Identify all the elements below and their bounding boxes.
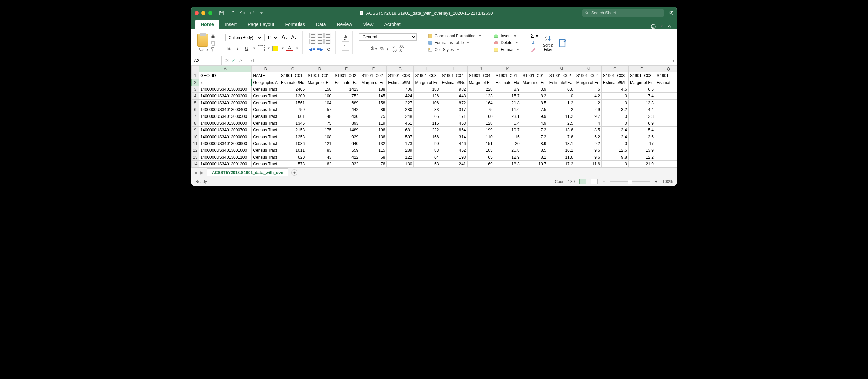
cell[interactable]: 8.5 xyxy=(521,147,548,154)
cell[interactable]: 83 xyxy=(414,106,440,113)
autosave-icon[interactable] xyxy=(219,10,224,16)
cell[interactable]: 6.9 xyxy=(628,120,655,127)
cell[interactable]: S1901_C01_ xyxy=(279,72,306,79)
align-top[interactable] xyxy=(309,33,316,38)
cell[interactable]: 90 xyxy=(414,140,440,147)
cell[interactable]: 8.5 xyxy=(521,100,548,106)
cell[interactable]: 4 xyxy=(575,120,601,127)
cell[interactable] xyxy=(655,100,677,106)
cell[interactable]: 119 xyxy=(360,120,387,127)
cell[interactable]: 9.7 xyxy=(575,113,601,120)
cell[interactable]: 12.3 xyxy=(628,113,655,120)
cell[interactable]: Estimat xyxy=(655,79,677,86)
cell[interactable]: 64 xyxy=(414,154,440,161)
cell[interactable]: 4.9 xyxy=(521,120,548,127)
cell[interactable]: Census Tract xyxy=(252,154,279,161)
cell[interactable]: 7.3 xyxy=(521,127,548,133)
cell[interactable]: 9.8 xyxy=(601,154,628,161)
row-header-8[interactable]: 8 xyxy=(192,120,199,127)
cell[interactable]: 752 xyxy=(333,93,360,100)
cell[interactable]: Margin of Er xyxy=(360,79,387,86)
cell[interactable]: S1901_C03_ xyxy=(628,72,655,79)
cell[interactable]: 314 xyxy=(440,133,467,140)
col-header-K[interactable]: K xyxy=(494,66,521,72)
cell[interactable]: 106 xyxy=(414,100,440,106)
copy-icon[interactable] xyxy=(210,40,216,46)
number-format-select[interactable]: General xyxy=(359,33,417,41)
cell[interactable]: 1253 xyxy=(279,133,306,140)
cell[interactable]: 23.1 xyxy=(494,113,521,120)
cell[interactable]: 0 xyxy=(601,113,628,120)
bold-button[interactable]: B xyxy=(225,45,232,52)
increase-decimal-icon[interactable]: .0.00 xyxy=(391,44,396,52)
fill-icon[interactable] xyxy=(530,40,536,46)
cell[interactable]: 86 xyxy=(360,106,387,113)
cell[interactable]: 12.9 xyxy=(494,154,521,161)
cell[interactable]: 982 xyxy=(440,86,467,93)
cell[interactable]: 21.9 xyxy=(628,161,655,167)
tab-data[interactable]: Data xyxy=(310,20,331,29)
col-header-I[interactable]: I xyxy=(440,66,467,72)
cell[interactable]: 9.6 xyxy=(575,154,601,161)
add-sheet-button[interactable]: + xyxy=(291,169,297,176)
cut-icon[interactable] xyxy=(210,33,216,39)
cell[interactable] xyxy=(655,106,677,113)
cell[interactable]: 280 xyxy=(387,106,414,113)
cell[interactable]: 188 xyxy=(360,86,387,93)
zoom-in-button[interactable]: + xyxy=(655,179,657,184)
cell[interactable]: 16.1 xyxy=(548,147,575,154)
cell[interactable]: Census Tract xyxy=(252,86,279,93)
cell[interactable]: 451 xyxy=(387,120,414,127)
col-header-L[interactable]: L xyxy=(521,66,548,72)
cell[interactable]: Margin of Er xyxy=(575,79,601,86)
align-middle[interactable] xyxy=(317,33,324,38)
decrease-indent-icon[interactable]: ◀≡ xyxy=(309,46,315,53)
cell[interactable]: 19.7 xyxy=(494,127,521,133)
cell[interactable]: Margin of Er xyxy=(628,79,655,86)
col-header-A[interactable]: A xyxy=(199,66,252,72)
cell[interactable]: 75 xyxy=(467,106,494,113)
font-name-select[interactable]: Calibri (Body) xyxy=(225,34,263,41)
cell[interactable]: 6.4 xyxy=(494,120,521,127)
cell[interactable]: 145 xyxy=(360,93,387,100)
paste-button[interactable] xyxy=(197,34,208,47)
cell[interactable]: 424 xyxy=(387,93,414,100)
cell[interactable]: 75 xyxy=(360,113,387,120)
cell[interactable]: 1400000US34013000300 xyxy=(199,100,252,106)
cell[interactable]: 158 xyxy=(360,100,387,106)
cell[interactable]: 62 xyxy=(306,161,333,167)
cell[interactable]: 2.9 xyxy=(575,106,601,113)
cell[interactable]: 681 xyxy=(387,127,414,133)
cell[interactable]: 507 xyxy=(387,133,414,140)
namebox-dropdown-icon[interactable] xyxy=(215,59,219,62)
format-as-table-button[interactable]: Format as Table▼ xyxy=(427,40,483,46)
cell[interactable]: 2 xyxy=(548,106,575,113)
autosum-icon[interactable]: Σ ▾ xyxy=(530,33,538,39)
row-header-2[interactable]: 2 xyxy=(192,79,199,86)
cell[interactable]: 759 xyxy=(279,106,306,113)
cell[interactable]: 1400000US34013001100 xyxy=(199,154,252,161)
row-header-6[interactable]: 6 xyxy=(192,106,199,113)
cell[interactable]: 5.4 xyxy=(628,127,655,133)
col-header-M[interactable]: M xyxy=(548,66,575,72)
decrease-decimal-icon[interactable]: .00.0 xyxy=(399,44,404,52)
orientation-icon[interactable]: ⟲ xyxy=(325,46,332,53)
cell[interactable]: 25.8 xyxy=(494,147,521,154)
cell[interactable]: 15 xyxy=(494,133,521,140)
cell[interactable]: 1400000US34013000900 xyxy=(199,140,252,147)
expand-formula-icon[interactable]: ▾ xyxy=(670,58,677,63)
cell[interactable]: 65 xyxy=(414,113,440,120)
cell[interactable]: S1901 xyxy=(655,72,677,79)
cell[interactable]: 7.4 xyxy=(628,93,655,100)
cell[interactable]: 156 xyxy=(414,133,440,140)
increase-indent-icon[interactable]: ≡▶ xyxy=(317,46,324,53)
cell[interactable]: S1901_C01_ xyxy=(494,72,521,79)
cell[interactable]: 1400000US34013000200 xyxy=(199,93,252,100)
cell[interactable]: 8.9 xyxy=(521,140,548,147)
cell[interactable]: 3.6 xyxy=(628,133,655,140)
cell[interactable]: 108 xyxy=(306,133,333,140)
cell[interactable]: id xyxy=(199,79,252,86)
cell[interactable]: 198 xyxy=(440,154,467,161)
cell[interactable]: 104 xyxy=(306,100,333,106)
formula-input[interactable] xyxy=(248,58,670,63)
